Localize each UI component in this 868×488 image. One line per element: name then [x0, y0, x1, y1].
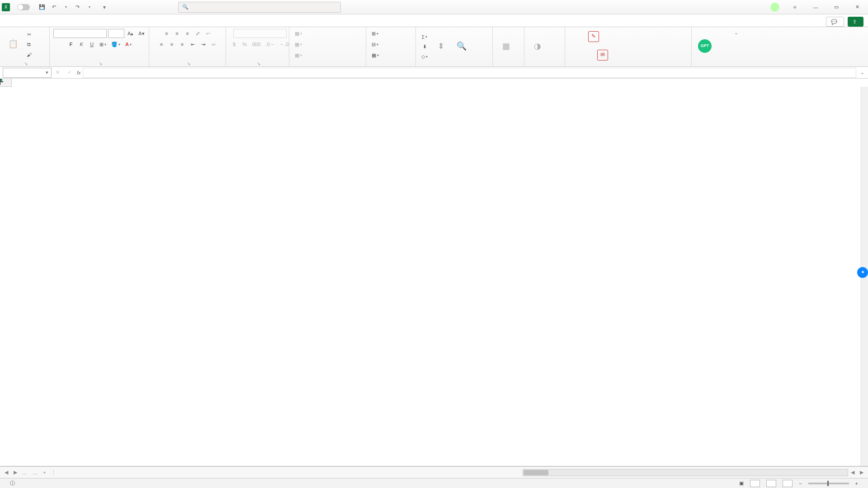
- zoom-in-button[interactable]: +: [855, 481, 858, 486]
- fill-icon[interactable]: ⬇: [420, 42, 429, 52]
- dialog-launcher-icon[interactable]: ↘: [256, 61, 261, 66]
- formula-input[interactable]: [83, 68, 856, 78]
- merge-center-icon[interactable]: ⇔: [209, 40, 218, 49]
- find-icon: 🔍: [457, 42, 467, 51]
- scroll-right[interactable]: ▶: [857, 468, 866, 477]
- copy-icon[interactable]: ⧉: [24, 40, 33, 49]
- font-color-button[interactable]: A: [123, 40, 133, 49]
- create-pdf-share-link-button[interactable]: ✎: [569, 31, 618, 44]
- share-button[interactable]: ⇪: [848, 17, 863, 27]
- search-input[interactable]: 🔍: [178, 2, 341, 13]
- format-as-table-button[interactable]: ▦: [293, 40, 304, 49]
- increase-indent-icon[interactable]: ⇥: [198, 40, 208, 49]
- increase-decimal-icon[interactable]: .0→: [264, 40, 276, 49]
- expand-formula-bar-icon[interactable]: ⌄: [857, 68, 867, 78]
- dialog-launcher-icon[interactable]: ↘: [186, 61, 191, 66]
- find-select-button[interactable]: 🔍: [452, 34, 471, 60]
- scrollbar-thumb[interactable]: [524, 470, 548, 475]
- sheet-nav-next[interactable]: ▶: [11, 468, 20, 477]
- copilot-side-icon[interactable]: ✦: [857, 267, 868, 278]
- decrease-font-icon[interactable]: A▾: [137, 29, 146, 38]
- fill-handle[interactable]: [0, 79, 3, 81]
- enter-formula-icon[interactable]: ✓: [64, 68, 74, 78]
- comma-icon[interactable]: 000: [250, 40, 262, 49]
- diamond-icon[interactable]: ◈: [786, 1, 804, 14]
- minimize-button[interactable]: —: [807, 1, 825, 14]
- paste-button[interactable]: 📋: [4, 32, 23, 57]
- align-left-icon[interactable]: ≡: [157, 40, 166, 49]
- increase-font-icon[interactable]: A▴: [126, 29, 135, 38]
- align-center-icon[interactable]: ≡: [167, 40, 176, 49]
- normal-view-button[interactable]: [750, 480, 760, 487]
- sheet-nav-more[interactable]: …: [20, 468, 29, 477]
- conditional-formatting-button[interactable]: ▦: [293, 29, 304, 38]
- scroll-left[interactable]: ◀: [848, 468, 857, 477]
- ribbon: 📋 ✂ ⧉ 🖌 ↘ A▴ A▾ F K U ⊞ 🪣 A: [0, 27, 868, 67]
- addins-icon: ▦: [502, 42, 510, 51]
- decrease-indent-icon[interactable]: ⇤: [188, 40, 197, 49]
- horizontal-scrollbar[interactable]: [523, 469, 848, 476]
- autosave-toggle[interactable]: [17, 4, 30, 10]
- status-accessibility[interactable]: ⓘ: [10, 480, 15, 487]
- bold-button[interactable]: F: [66, 40, 75, 49]
- restore-button[interactable]: ▭: [827, 1, 845, 14]
- account-button[interactable]: [764, 3, 783, 12]
- sort-filter-button[interactable]: ⬍: [431, 34, 450, 60]
- align-right-icon[interactable]: ≡: [178, 40, 187, 49]
- dialog-launcher-icon[interactable]: ↘: [98, 61, 103, 66]
- chevron-down-icon: ▾: [46, 70, 48, 75]
- clear-icon[interactable]: ◇: [420, 52, 429, 61]
- font-name-combo[interactable]: [53, 29, 107, 38]
- data-analysis-button[interactable]: ◑: [528, 34, 547, 60]
- save-icon[interactable]: 💾: [37, 2, 47, 12]
- page-layout-view-button[interactable]: [766, 480, 776, 487]
- collapse-ribbon-button[interactable]: ⌄: [731, 27, 741, 66]
- underline-button[interactable]: U: [87, 40, 96, 49]
- redo-icon[interactable]: ↷: [72, 2, 82, 12]
- sort-icon: ⬍: [438, 42, 444, 51]
- spreadsheet-grid[interactable]: ✦: [0, 79, 868, 466]
- chatgpt-button[interactable]: GPT: [695, 34, 714, 60]
- decrease-decimal-icon[interactable]: ←.0: [278, 40, 291, 49]
- border-button[interactable]: ⊞: [98, 40, 108, 49]
- font-size-combo[interactable]: [108, 29, 124, 38]
- dialog-launcher-icon[interactable]: ↘: [24, 61, 28, 66]
- cancel-formula-icon[interactable]: ✕: [52, 68, 62, 78]
- format-cells-button[interactable]: ▦: [370, 51, 381, 60]
- autosum-icon[interactable]: Σ: [420, 33, 429, 42]
- sheet-overflow[interactable]: …: [31, 468, 40, 477]
- undo-dropdown[interactable]: [61, 2, 71, 12]
- align-bottom-icon[interactable]: ≡: [183, 29, 192, 38]
- percent-icon[interactable]: %: [240, 40, 249, 49]
- sheet-divider[interactable]: ⋮: [49, 468, 58, 477]
- align-middle-icon[interactable]: ≡: [173, 29, 182, 38]
- document-title[interactable]: ▾: [101, 4, 106, 10]
- number-format-combo[interactable]: [233, 29, 287, 38]
- zoom-slider[interactable]: [808, 483, 849, 484]
- name-box[interactable]: ▾: [3, 68, 52, 78]
- undo-icon[interactable]: ↶: [49, 2, 59, 12]
- accounting-icon[interactable]: $: [230, 40, 239, 49]
- align-top-icon[interactable]: ≡: [162, 29, 171, 38]
- insert-cells-button[interactable]: ⊞: [370, 29, 380, 38]
- comments-button[interactable]: 💬: [826, 17, 844, 27]
- sheet-nav-prev[interactable]: ◀: [2, 468, 11, 477]
- display-settings-button[interactable]: ▣: [739, 480, 744, 486]
- fill-color-button[interactable]: 🪣: [109, 40, 122, 49]
- wrap-text-icon[interactable]: ↩: [204, 29, 213, 38]
- new-sheet-button[interactable]: ＋: [40, 468, 49, 477]
- delete-cells-button[interactable]: ⊟: [370, 40, 380, 49]
- close-button[interactable]: ✕: [848, 1, 866, 14]
- italic-button[interactable]: K: [77, 40, 86, 49]
- fx-icon[interactable]: fx: [75, 70, 83, 75]
- addins-button[interactable]: ▦: [496, 34, 515, 60]
- orientation-icon[interactable]: ⤢: [193, 29, 203, 38]
- cell-styles-button[interactable]: ▦: [293, 51, 304, 60]
- create-pdf-share-outlook-button[interactable]: ✉: [569, 50, 637, 62]
- status-bar: ⓘ ▣ − +: [0, 478, 868, 488]
- cut-icon[interactable]: ✂: [24, 30, 33, 39]
- zoom-out-button[interactable]: −: [799, 481, 802, 486]
- qat-customize[interactable]: [84, 2, 94, 12]
- page-break-view-button[interactable]: [783, 480, 793, 487]
- format-painter-icon[interactable]: 🖌: [24, 50, 33, 59]
